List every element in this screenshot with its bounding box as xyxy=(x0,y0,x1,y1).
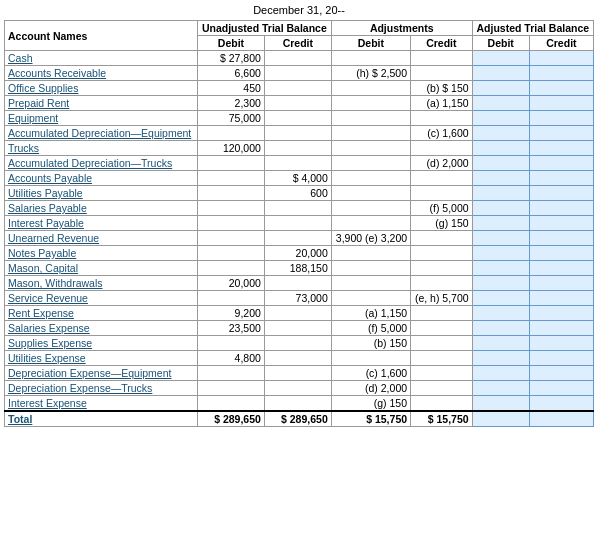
adj-credit-cell xyxy=(411,231,473,246)
atb-credit-input[interactable] xyxy=(529,351,593,366)
atb-debit-input[interactable] xyxy=(472,321,529,336)
adj-credit-cell xyxy=(411,111,473,126)
utb-debit-cell xyxy=(197,201,264,216)
utb-credit-cell: 600 xyxy=(264,186,331,201)
atb-credit-input[interactable] xyxy=(529,381,593,396)
atb-credit-input[interactable] xyxy=(529,336,593,351)
atb-debit-input[interactable] xyxy=(472,81,529,96)
atb-debit-input[interactable] xyxy=(472,171,529,186)
account-name-cell: Depreciation Expense—Equipment xyxy=(5,366,198,381)
atb-debit-input[interactable] xyxy=(472,156,529,171)
atb-debit-input[interactable] xyxy=(472,246,529,261)
adj-debit-cell xyxy=(331,111,410,126)
adj-debit-cell xyxy=(331,81,410,96)
atb-credit-input[interactable] xyxy=(529,201,593,216)
atb-credit-input[interactable] xyxy=(529,366,593,381)
atb-credit-input[interactable] xyxy=(529,321,593,336)
total-adj-debit: $ 15,750 xyxy=(331,411,410,427)
atb-credit-input[interactable] xyxy=(529,51,593,66)
atb-credit-input[interactable] xyxy=(529,396,593,412)
atb-debit-input[interactable] xyxy=(472,261,529,276)
account-name-cell: Prepaid Rent xyxy=(5,96,198,111)
atb-debit-input[interactable] xyxy=(472,66,529,81)
atb-credit-input[interactable] xyxy=(529,216,593,231)
utb-credit-cell: 20,000 xyxy=(264,246,331,261)
worksheet-table: Account Names Unadjusted Trial Balance A… xyxy=(4,20,594,427)
table-row: Rent Expense9,200(a) 1,150 xyxy=(5,306,594,321)
atb-debit-input[interactable] xyxy=(472,201,529,216)
atb-credit-input[interactable] xyxy=(529,306,593,321)
utb-debit-cell xyxy=(197,231,264,246)
adj-credit-cell: (e, h) 5,700 xyxy=(411,291,473,306)
atb-group-header: Adjusted Trial Balance xyxy=(472,21,593,36)
adj-debit-cell xyxy=(331,276,410,291)
table-row: Office Supplies450(b) $ 150 xyxy=(5,81,594,96)
total-atb-debit-input[interactable] xyxy=(472,411,529,427)
atb-debit-input[interactable] xyxy=(472,141,529,156)
utb-debit-cell xyxy=(197,126,264,141)
table-row: Accounts Receivable6,600(h) $ 2,500 xyxy=(5,66,594,81)
atb-credit-input[interactable] xyxy=(529,276,593,291)
utb-credit-cell xyxy=(264,306,331,321)
adj-debit-cell xyxy=(331,261,410,276)
atb-credit-input[interactable] xyxy=(529,246,593,261)
adj-credit-cell xyxy=(411,261,473,276)
atb-debit-input[interactable] xyxy=(472,231,529,246)
utb-credit-cell xyxy=(264,216,331,231)
atb-credit-input[interactable] xyxy=(529,81,593,96)
atb-debit-input[interactable] xyxy=(472,111,529,126)
atb-debit-input[interactable] xyxy=(472,276,529,291)
utb-debit-cell xyxy=(197,381,264,396)
adj-debit-cell xyxy=(331,126,410,141)
atb-debit-input[interactable] xyxy=(472,381,529,396)
account-name-cell: Notes Payable xyxy=(5,246,198,261)
utb-credit-cell xyxy=(264,81,331,96)
atb-debit-input[interactable] xyxy=(472,186,529,201)
account-name-cell: Mason, Withdrawals xyxy=(5,276,198,291)
utb-debit-cell xyxy=(197,246,264,261)
atb-credit-input[interactable] xyxy=(529,96,593,111)
utb-debit-cell xyxy=(197,216,264,231)
atb-debit-input[interactable] xyxy=(472,351,529,366)
atb-debit-input[interactable] xyxy=(472,96,529,111)
utb-credit-cell xyxy=(264,111,331,126)
total-atb-credit-input[interactable] xyxy=(529,411,593,427)
adj-credit-cell: (b) $ 150 xyxy=(411,81,473,96)
adj-credit-cell xyxy=(411,186,473,201)
adj-debit-cell xyxy=(331,141,410,156)
atb-credit-input[interactable] xyxy=(529,186,593,201)
utb-debit-header: Debit xyxy=(197,36,264,51)
utb-debit-cell xyxy=(197,156,264,171)
account-name-cell: Utilities Payable xyxy=(5,186,198,201)
adj-debit-cell xyxy=(331,246,410,261)
adj-credit-cell xyxy=(411,366,473,381)
atb-debit-input[interactable] xyxy=(472,216,529,231)
atb-credit-input[interactable] xyxy=(529,111,593,126)
atb-debit-input[interactable] xyxy=(472,336,529,351)
utb-credit-cell xyxy=(264,366,331,381)
atb-credit-input[interactable] xyxy=(529,291,593,306)
table-row: Depreciation Expense—Trucks(d) 2,000 xyxy=(5,381,594,396)
account-name-cell: Rent Expense xyxy=(5,306,198,321)
utb-debit-cell xyxy=(197,171,264,186)
account-name-cell: Accounts Payable xyxy=(5,171,198,186)
atb-debit-input[interactable] xyxy=(472,366,529,381)
table-row: Cash$ 27,800 xyxy=(5,51,594,66)
atb-debit-input[interactable] xyxy=(472,126,529,141)
atb-credit-input[interactable] xyxy=(529,156,593,171)
atb-credit-input[interactable] xyxy=(529,171,593,186)
adj-credit-cell xyxy=(411,171,473,186)
adj-credit-cell xyxy=(411,141,473,156)
atb-credit-input[interactable] xyxy=(529,66,593,81)
utb-credit-cell: 188,150 xyxy=(264,261,331,276)
atb-credit-input[interactable] xyxy=(529,231,593,246)
atb-credit-input[interactable] xyxy=(529,261,593,276)
atb-debit-input[interactable] xyxy=(472,291,529,306)
atb-credit-input[interactable] xyxy=(529,141,593,156)
utb-debit-cell xyxy=(197,396,264,412)
atb-debit-input[interactable] xyxy=(472,51,529,66)
atb-debit-input[interactable] xyxy=(472,306,529,321)
atb-debit-input[interactable] xyxy=(472,396,529,412)
total-adj-credit: $ 15,750 xyxy=(411,411,473,427)
atb-credit-input[interactable] xyxy=(529,126,593,141)
